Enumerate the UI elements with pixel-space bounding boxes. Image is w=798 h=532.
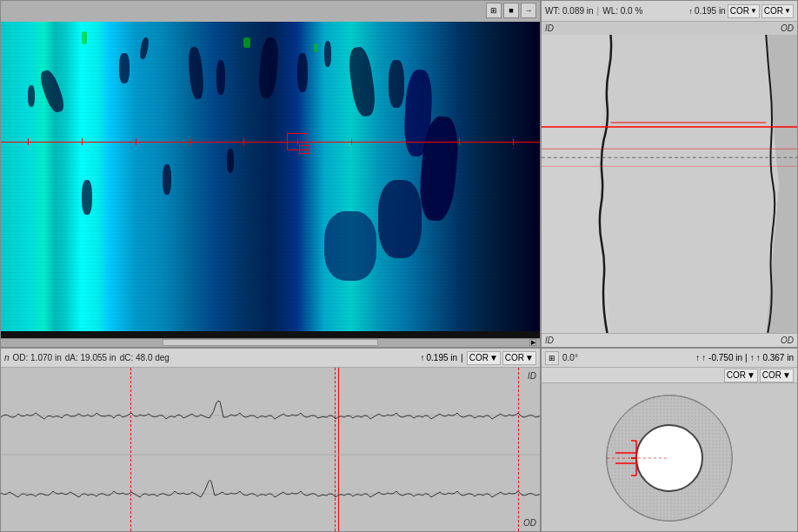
grid-icon[interactable]: ⊞ bbox=[545, 351, 559, 365]
main-scan-view: ⊞ ■ → bbox=[0, 0, 541, 348]
scan-canvas bbox=[1, 22, 540, 338]
waveform-cor-dropdown-2[interactable]: COR ▼ bbox=[502, 351, 536, 365]
circ-up-val2: ↑ 0.367 in bbox=[756, 353, 794, 362]
cor-label-2: COR bbox=[764, 6, 783, 16]
circular-toolbar: ⊞ 0.0° ↑ ↑ -0.750 in | ↑ ↑ 0.367 in bbox=[542, 349, 797, 368]
circular-svg bbox=[582, 390, 756, 525]
cor-label-1: COR bbox=[730, 6, 749, 16]
waveform-toolbar-right: ↑ 0.195 in | COR ▼ COR ▼ bbox=[421, 351, 536, 365]
circ-cor-dropdown-2[interactable]: COR ▼ bbox=[760, 369, 794, 382]
profile-view: WT: 0.089 in | WL: 0.0 % ↑ 0.195 in COR … bbox=[541, 0, 798, 348]
circ-cor-label-2: COR bbox=[762, 370, 781, 380]
scroll-thumb[interactable] bbox=[163, 339, 378, 346]
da-value: dA: 19.055 in bbox=[65, 353, 116, 362]
circular-toolbar-right: ↑ ↑ -0.750 in | ↑ ↑ 0.367 in bbox=[695, 353, 794, 362]
circular-view: ⊞ 0.0° ↑ ↑ -0.750 in | ↑ ↑ 0.367 in COR … bbox=[541, 348, 798, 532]
waveform-dropdown-arrow-2: ▼ bbox=[525, 353, 534, 362]
scroll-area[interactable]: ▶ bbox=[1, 338, 540, 347]
circular-second-toolbar: COR ▼ COR ▼ bbox=[542, 368, 797, 383]
od-value: OD: 1.070 in bbox=[13, 353, 62, 362]
waveform-toolbar: n OD: 1.070 in dA: 19.055 in dC: 48.0 de… bbox=[1, 349, 540, 368]
profile-canvas bbox=[542, 35, 797, 333]
tube-profile-svg bbox=[542, 35, 797, 333]
target-inner-box bbox=[299, 145, 309, 154]
dropdown-arrow-2: ▼ bbox=[784, 7, 791, 15]
circ-up-val1: ↑ -0.750 in bbox=[702, 353, 742, 362]
profile-bottom-labels: ID OD bbox=[542, 333, 797, 347]
waveform-view: n OD: 1.070 in dA: 19.055 in dC: 48.0 de… bbox=[0, 348, 541, 532]
circ-sep: | bbox=[745, 353, 748, 362]
waveform-up-arrow: ↑ bbox=[421, 353, 425, 362]
circ-cor-label-1: COR bbox=[727, 370, 746, 380]
scan-bottom-bar bbox=[1, 331, 540, 338]
waveform-cor-label-1: COR bbox=[469, 353, 489, 362]
waveform-up-value: 0.195 in bbox=[427, 353, 458, 362]
dc-value: dC: 48.0 deg bbox=[120, 353, 170, 362]
export-icon[interactable]: → bbox=[521, 3, 536, 18]
up-arrow-circ1: ↑ bbox=[695, 353, 700, 362]
profile-up-value: 0.195 in bbox=[695, 6, 726, 16]
id-bottom-label: ID bbox=[545, 336, 554, 345]
wt-label: WT: 0.089 in bbox=[545, 6, 594, 16]
up-arrow-icon: ↑ bbox=[689, 7, 694, 16]
circ-dropdown-arrow-2: ▼ bbox=[782, 370, 791, 380]
waveform-dropdown-arrow-1: ▼ bbox=[489, 353, 498, 362]
waveform-separator: | bbox=[461, 353, 463, 362]
cor-dropdown-1[interactable]: COR ▼ bbox=[728, 4, 760, 18]
id-top-label: ID bbox=[545, 23, 554, 33]
fit-icon[interactable]: ⊞ bbox=[486, 3, 502, 18]
scan-toolbar: ⊞ ■ → bbox=[486, 3, 536, 18]
color-icon[interactable]: ■ bbox=[503, 3, 519, 18]
angle-label: 0.0° bbox=[562, 353, 578, 362]
circ-cor-dropdown-1[interactable]: COR ▼ bbox=[724, 369, 758, 382]
waveform-cor-label-2: COR bbox=[505, 353, 524, 362]
waveform-cor-dropdown-1[interactable]: COR ▼ bbox=[467, 351, 501, 365]
profile-top-labels: ID OD bbox=[542, 22, 797, 35]
od-status: n bbox=[4, 353, 10, 362]
od-bottom-label: OD bbox=[781, 336, 794, 345]
profile-toolbar: WT: 0.089 in | WL: 0.0 % ↑ 0.195 in COR … bbox=[542, 1, 797, 22]
cor-dropdown-2[interactable]: COR ▼ bbox=[761, 4, 794, 18]
wl-label: WL: 0.0 % bbox=[602, 6, 642, 16]
scroll-right-arrow[interactable]: ▶ bbox=[529, 339, 536, 346]
profile-toolbar-right: ↑ 0.195 in COR ▼ COR ▼ bbox=[689, 4, 794, 18]
dropdown-arrow-1: ▼ bbox=[750, 7, 757, 15]
circ-dropdown-arrow-1: ▼ bbox=[747, 370, 755, 380]
circular-canvas bbox=[542, 383, 797, 531]
waveform-canvas: ID OD bbox=[1, 368, 540, 531]
waveform-svg bbox=[1, 368, 540, 531]
up-arrow-circ2: ↑ bbox=[750, 353, 755, 362]
h-crosshair bbox=[1, 142, 540, 143]
od-top-label: OD bbox=[781, 23, 794, 33]
